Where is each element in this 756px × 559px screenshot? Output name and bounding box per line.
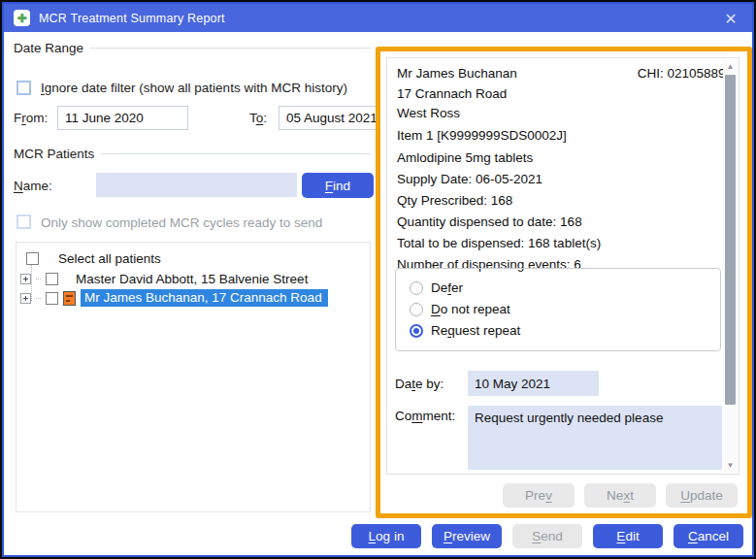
ignore-date-filter-label: Ignore date filter (show all patients wi… <box>41 81 347 95</box>
prev-button[interactable]: Prev <box>503 483 575 508</box>
mcr-patients-group-label: MCR Patients <box>14 147 371 161</box>
detail-qty-dispensed: Quantity dispensed to date: 168 <box>397 214 582 229</box>
mcr-cycle-icon <box>63 291 76 306</box>
tree-connector <box>36 279 41 280</box>
close-icon[interactable]: ✕ <box>719 7 742 30</box>
select-all-row[interactable]: Select all patients <box>26 249 161 267</box>
scroll-down-icon[interactable]: ▼ <box>723 458 738 473</box>
detail-scrollbar[interactable]: ▲ ▼ <box>723 59 738 473</box>
detail-chi-number: CHI: 021058891 <box>638 66 733 81</box>
edit-button[interactable]: Edit <box>593 524 663 548</box>
to-label: To: <box>249 111 267 125</box>
only-completed-checkbox[interactable] <box>16 214 31 229</box>
expand-plus-icon[interactable] <box>20 293 31 304</box>
patient-label-abbott[interactable]: Master David Abbott, 15 Balvenie Street <box>76 272 308 286</box>
select-all-checkbox[interactable] <box>26 252 39 265</box>
preview-button[interactable]: Preview <box>432 524 502 548</box>
next-button[interactable]: Next <box>584 483 656 508</box>
patient-tree[interactable]: Select all patients Master David Abbott,… <box>16 242 371 512</box>
titlebar[interactable]: ✚ MCR Treatment Summary Report ✕ <box>4 4 752 32</box>
request-repeat-radio-row[interactable]: Request repeat <box>410 323 520 338</box>
date-range-group-label: Date Range <box>14 41 371 55</box>
do-not-repeat-radio[interactable] <box>410 303 423 316</box>
patient-checkbox-abbott[interactable] <box>46 273 58 285</box>
repeat-options-group: Defer Do not repeat Request repeat <box>395 268 721 351</box>
detail-qty-prescribed: Qty Prescribed: 168 <box>397 193 512 208</box>
send-button[interactable]: Send <box>512 524 582 548</box>
scroll-up-icon[interactable]: ▲ <box>723 59 738 74</box>
defer-label: Defer <box>431 280 463 295</box>
detail-item-code: Item 1 [K9999999SDS0002J] <box>397 128 567 143</box>
from-label: From: <box>14 111 48 125</box>
patient-row-buchanan[interactable]: Mr James Buchanan, 17 Crannach Road <box>20 289 328 307</box>
dialog-body: ✚ MCR Treatment Summary Report ✕ Date Ra… <box>2 2 754 557</box>
ignore-date-filter-checkbox[interactable] <box>16 81 31 95</box>
patient-row-abbott[interactable]: Master David Abbott, 15 Balvenie Street <box>20 270 308 287</box>
only-completed-label: Only show completed MCR cycles ready to … <box>41 215 322 230</box>
cancel-button[interactable]: Cancel <box>674 524 743 548</box>
from-date-input[interactable] <box>57 106 188 130</box>
comment-label: Comment: <box>395 409 455 423</box>
detail-address-1: 17 Crannach Road <box>397 86 507 101</box>
detail-address-2: West Ross <box>397 106 460 120</box>
patient-label-buchanan[interactable]: Mr James Buchanan, 17 Crannach Road <box>81 289 328 307</box>
request-repeat-label: Request repeat <box>431 323 520 338</box>
detail-supply-date: Supply Date: 06-05-2021 <box>397 172 542 186</box>
log-in-button[interactable]: Log in <box>351 524 421 548</box>
date-by-input[interactable] <box>468 371 599 396</box>
expand-plus-icon[interactable] <box>20 274 31 284</box>
tree-connector <box>36 298 41 299</box>
detail-total-dispensed: Total to be dispensed: 168 tablet(s) <box>397 236 601 250</box>
treatment-detail-scroll-area[interactable]: Mr James Buchanan CHI: 021058891 17 Cran… <box>386 57 740 475</box>
request-repeat-radio[interactable] <box>410 324 423 338</box>
scrollbar-thumb[interactable] <box>725 75 736 405</box>
patient-name-input[interactable] <box>96 173 297 197</box>
date-by-label: Date by: <box>395 377 444 391</box>
footer-button-row: Log in Preview Send Edit Cancel <box>4 524 743 548</box>
defer-radio[interactable] <box>410 281 423 295</box>
defer-radio-row[interactable]: Defer <box>410 280 463 295</box>
patient-checkbox-buchanan[interactable] <box>46 292 58 305</box>
select-all-label: Select all patients <box>58 251 161 266</box>
pharmacy-cross-icon: ✚ <box>14 10 30 26</box>
do-not-repeat-label: Do not repeat <box>431 302 510 316</box>
update-button[interactable]: Update <box>666 483 738 508</box>
name-label: Name: <box>14 179 52 193</box>
treatment-detail-panel: Mr James Buchanan CHI: 021058891 17 Cran… <box>376 47 752 518</box>
window-title: MCR Treatment Summary Report <box>39 12 225 25</box>
detail-patient-name: Mr James Buchanan <box>397 66 517 81</box>
mcr-treatment-summary-dialog: ✚ MCR Treatment Summary Report ✕ Date Ra… <box>0 0 756 559</box>
detail-button-row: Prev Next Update <box>503 483 738 508</box>
detail-drug: Amlodipine 5mg tablets <box>397 150 533 165</box>
comment-textarea[interactable]: Request urgently needed please <box>468 406 722 470</box>
find-button[interactable]: Find <box>302 173 374 198</box>
do-not-repeat-radio-row[interactable]: Do not repeat <box>410 302 510 316</box>
